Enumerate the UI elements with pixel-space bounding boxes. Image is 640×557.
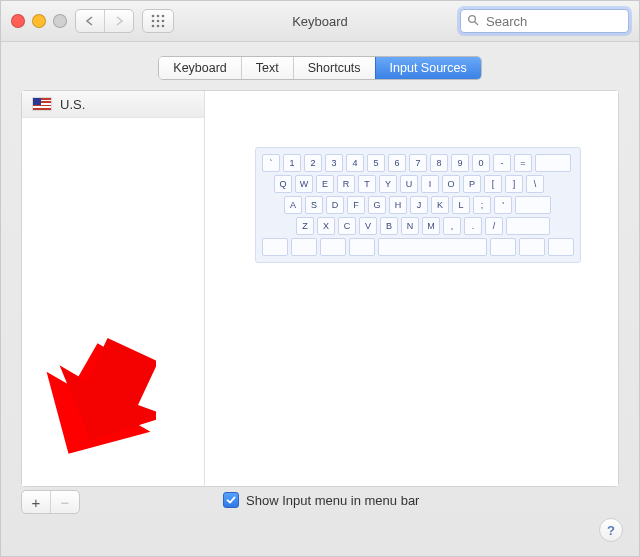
search-input[interactable] — [484, 13, 622, 30]
keyboard-preview: ` 1 2 3 4 5 6 7 8 9 0 - = Q W — [255, 147, 581, 263]
svg-line-10 — [475, 22, 478, 25]
svg-point-6 — [152, 25, 155, 28]
svg-point-5 — [162, 20, 165, 23]
remove-source-button[interactable]: − — [50, 491, 79, 513]
svg-point-8 — [162, 25, 165, 28]
grid-icon — [143, 10, 173, 32]
key: X — [317, 217, 335, 235]
tab-text[interactable]: Text — [241, 57, 293, 79]
add-source-button[interactable]: + — [22, 491, 50, 513]
key: R — [337, 175, 355, 193]
svg-point-4 — [157, 20, 160, 23]
key: 1 — [283, 154, 301, 172]
svg-point-2 — [162, 15, 165, 18]
nav-back-forward — [75, 9, 134, 33]
key-shift — [506, 217, 550, 235]
key: ` — [262, 154, 280, 172]
input-source-row[interactable]: U.S. — [22, 91, 204, 118]
key: G — [368, 196, 386, 214]
window-traffic-lights — [11, 14, 67, 28]
key-opt — [320, 238, 346, 256]
show-input-menu-label: Show Input menu in menu bar — [246, 493, 419, 508]
key: ; — [473, 196, 491, 214]
key: 0 — [472, 154, 490, 172]
key-arrows — [548, 238, 574, 256]
key: B — [380, 217, 398, 235]
keyboard-preview-pane: ` 1 2 3 4 5 6 7 8 9 0 - = Q W — [205, 91, 618, 486]
keyboard-prefs-window: Keyboard Keyboard Text Shortcuts Input S… — [0, 0, 640, 557]
key: C — [338, 217, 356, 235]
key: 5 — [367, 154, 385, 172]
input-sources-list: U.S. — [22, 91, 205, 486]
zoom-window-button[interactable] — [53, 14, 67, 28]
back-button[interactable] — [76, 10, 104, 32]
show-input-menu-checkbox[interactable] — [223, 492, 239, 508]
key: O — [442, 175, 460, 193]
tab-keyboard[interactable]: Keyboard — [159, 57, 241, 79]
key: = — [514, 154, 532, 172]
key-return — [515, 196, 551, 214]
key: 2 — [304, 154, 322, 172]
key: 7 — [409, 154, 427, 172]
key: Y — [379, 175, 397, 193]
key-backspace — [535, 154, 571, 172]
key: H — [389, 196, 407, 214]
key: M — [422, 217, 440, 235]
key: ] — [505, 175, 523, 193]
key: V — [359, 217, 377, 235]
svg-point-3 — [152, 20, 155, 23]
key: N — [401, 217, 419, 235]
add-remove-segment: + − — [21, 490, 80, 514]
key: 9 — [451, 154, 469, 172]
key: Z — [296, 217, 314, 235]
search-field-wrap[interactable] — [460, 9, 629, 33]
svg-point-7 — [157, 25, 160, 28]
key: Q — [274, 175, 292, 193]
key: - — [493, 154, 511, 172]
key: . — [464, 217, 482, 235]
key: A — [284, 196, 302, 214]
svg-point-0 — [152, 15, 155, 18]
show-input-menu-row[interactable]: Show Input menu in menu bar — [223, 492, 419, 508]
key: [ — [484, 175, 502, 193]
key-ctrl — [291, 238, 317, 256]
tabs-row: Keyboard Text Shortcuts Input Sources — [1, 42, 639, 90]
content-panel: U.S. ` 1 2 3 4 5 6 7 8 9 0 - = — [21, 90, 619, 487]
key: / — [485, 217, 503, 235]
key: J — [410, 196, 428, 214]
forward-button[interactable] — [104, 10, 133, 32]
key: 6 — [388, 154, 406, 172]
key-space — [378, 238, 487, 256]
svg-point-9 — [469, 15, 476, 22]
tab-input-sources[interactable]: Input Sources — [375, 57, 481, 79]
key: E — [316, 175, 334, 193]
key: K — [431, 196, 449, 214]
show-all-button[interactable] — [142, 9, 174, 33]
svg-point-1 — [157, 15, 160, 18]
key: L — [452, 196, 470, 214]
key-cmd — [349, 238, 375, 256]
key: S — [305, 196, 323, 214]
titlebar: Keyboard — [1, 1, 639, 42]
key: 4 — [346, 154, 364, 172]
key: , — [443, 217, 461, 235]
key: W — [295, 175, 313, 193]
key-cmd-r — [490, 238, 516, 256]
key-opt-r — [519, 238, 545, 256]
key: \ — [526, 175, 544, 193]
close-window-button[interactable] — [11, 14, 25, 28]
key: D — [326, 196, 344, 214]
key: 8 — [430, 154, 448, 172]
prefs-tabs: Keyboard Text Shortcuts Input Sources — [158, 56, 481, 80]
key: 3 — [325, 154, 343, 172]
key: P — [463, 175, 481, 193]
help-button[interactable]: ? — [599, 518, 623, 542]
key: F — [347, 196, 365, 214]
key: I — [421, 175, 439, 193]
search-icon — [467, 14, 479, 29]
tab-shortcuts[interactable]: Shortcuts — [293, 57, 375, 79]
input-source-label: U.S. — [60, 97, 85, 112]
us-flag-icon — [32, 97, 52, 111]
key: ' — [494, 196, 512, 214]
minimize-window-button[interactable] — [32, 14, 46, 28]
